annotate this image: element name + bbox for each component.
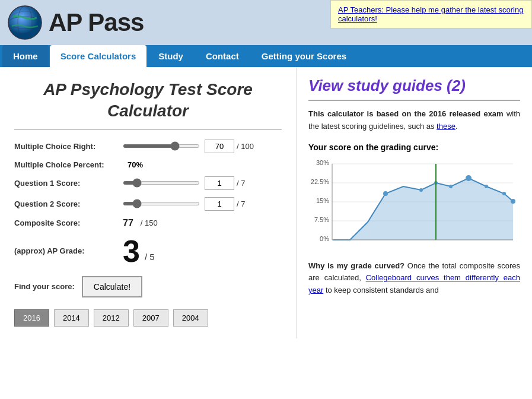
q1-row: Question 1 Score: / 7 [14, 176, 282, 190]
calc-info-bold: This calculator is based on the 2016 rel… [308, 109, 504, 118]
title-divider [14, 129, 282, 130]
nav-getting-scores[interactable]: Getting your Scores [251, 45, 357, 67]
q1-label: Question 1 Score: [14, 179, 118, 188]
why-curved-title: Why is my grade curved? [308, 261, 404, 270]
ap-grade-label: (approx) AP Grade: [14, 246, 118, 255]
right-panel: View study guides (2) This calculator is… [297, 67, 532, 338]
year-btn-2014[interactable]: 2014 [54, 309, 89, 327]
calculate-button[interactable]: Calculate! [82, 276, 142, 297]
chart-section: Your score on the grading curve: 30% 22.… [308, 142, 520, 252]
svg-point-0 [8, 6, 42, 39]
nav-study[interactable]: Study [148, 45, 194, 67]
mc-right-slider[interactable] [123, 144, 200, 148]
svg-text:30%: 30% [316, 159, 329, 166]
svg-point-21 [502, 192, 506, 195]
composite-row: Composite Score: 77 / 150 [14, 218, 282, 229]
svg-point-16 [419, 188, 423, 192]
right-divider [308, 100, 520, 101]
svg-point-20 [485, 185, 488, 188]
calculator-title: AP Psychology Test Score Calculator [14, 79, 282, 122]
q2-row: Question 2 Score: / 7 [14, 197, 282, 211]
svg-point-18 [449, 185, 453, 188]
year-btn-2016[interactable]: 2016 [14, 309, 49, 327]
notice-link[interactable]: AP Teachers: Please help me gather the l… [338, 5, 523, 23]
why-curved-end: to keep consistent standards and [323, 286, 438, 294]
year-btn-2004[interactable]: 2004 [173, 309, 208, 327]
why-curved-text: Why is my grade curved? Once the total c… [308, 260, 520, 297]
ap-grade-max: / 5 [145, 252, 155, 267]
mc-percent-row: Multiple Choice Percent: 70% [14, 160, 282, 169]
calc-info: This calculator is based on the 2016 rel… [308, 108, 520, 133]
svg-point-15 [383, 191, 388, 196]
composite-max: / 150 [141, 218, 158, 227]
mc-percent-value: 70% [128, 160, 143, 169]
q2-label: Question 2 Score: [14, 200, 118, 208]
chart-container: 30% 22.5% 15% 7.5% 0% [308, 157, 516, 252]
mc-right-row: Multiple Choice Right: / 100 [14, 140, 282, 153]
mc-right-input[interactable] [205, 140, 234, 153]
nav-bar: Home Score Calculators Study Contact Get… [0, 45, 532, 67]
composite-value: 77 [123, 218, 133, 229]
mc-percent-label: Multiple Choice Percent: [14, 160, 118, 169]
nav-score-calculators[interactable]: Score Calculators [50, 45, 147, 67]
logo-text: AP Pass [49, 8, 144, 37]
chart-title: Your score on the grading curve: [308, 142, 520, 152]
logo-area: AP Pass [7, 5, 144, 40]
nav-contact[interactable]: Contact [195, 45, 250, 67]
ap-grade-value: 3 [123, 236, 140, 267]
mc-right-max: / 100 [237, 142, 254, 151]
q2-input[interactable] [205, 197, 234, 211]
q1-slider-area: / 7 [123, 176, 282, 190]
svg-text:15%: 15% [316, 197, 329, 204]
study-guide-link[interactable]: View study guides (2) [308, 77, 466, 94]
composite-label: Composite Score: [14, 218, 118, 227]
q2-max: / 7 [237, 200, 245, 208]
calc-info-link[interactable]: these [437, 122, 455, 131]
q1-slider[interactable] [123, 181, 200, 185]
year-buttons: 2016 2014 2012 2007 2004 [14, 309, 282, 327]
q2-slider[interactable] [123, 202, 200, 205]
notice-box[interactable]: AP Teachers: Please help me gather the l… [330, 0, 532, 28]
mc-right-slider-area: / 100 [123, 140, 282, 153]
year-btn-2012[interactable]: 2012 [94, 309, 129, 327]
left-panel: AP Psychology Test Score Calculator Mult… [0, 67, 297, 338]
find-score-row: Find your score: Calculate! [14, 276, 282, 297]
svg-text:7.5%: 7.5% [314, 216, 329, 223]
svg-point-22 [511, 199, 515, 204]
q1-input[interactable] [205, 176, 234, 190]
ap-grade-row: (approx) AP Grade: 3 / 5 [14, 236, 282, 267]
calc-info-end: . [455, 122, 458, 131]
svg-text:22.5%: 22.5% [311, 178, 329, 185]
svg-text:0%: 0% [320, 235, 329, 242]
year-btn-2007[interactable]: 2007 [133, 309, 168, 327]
header: AP Pass AP Teachers: Please help me gath… [0, 0, 532, 45]
mc-right-label: Multiple Choice Right: [14, 142, 118, 151]
q2-slider-area: / 7 [123, 197, 282, 211]
find-score-label: Find your score: [14, 282, 75, 291]
nav-home[interactable]: Home [2, 45, 49, 67]
q1-max: / 7 [237, 179, 245, 188]
globe-icon [7, 5, 43, 40]
svg-point-19 [466, 175, 472, 181]
main-content: AP Psychology Test Score Calculator Mult… [0, 67, 532, 338]
chart-svg: 30% 22.5% 15% 7.5% 0% [308, 157, 516, 252]
